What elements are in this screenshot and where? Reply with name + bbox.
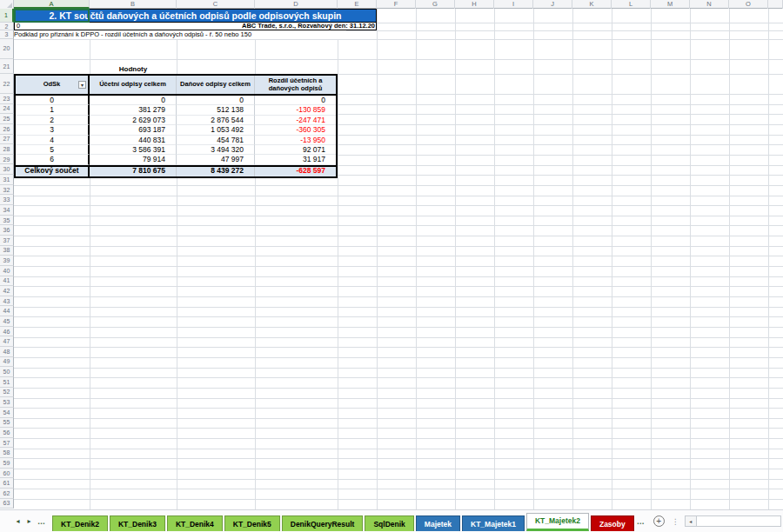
row-header-24[interactable]: 24	[0, 104, 14, 115]
row-header-31[interactable]: 31	[0, 175, 14, 185]
pivot-cell-r5c1[interactable]: 4	[16, 136, 90, 145]
row-header-59[interactable]: 59	[0, 458, 14, 469]
report-title-cell[interactable]: 2. KT součtů daňových a účetních odpisů …	[14, 9, 377, 23]
row-header-23[interactable]: 23	[0, 94, 14, 104]
row-header-29[interactable]: 29	[0, 155, 14, 165]
pivot-total-value-2[interactable]: 8 439 272	[177, 167, 255, 177]
pivot-cell-r1c4[interactable]: 0	[255, 96, 336, 105]
sheet-tab-KT_Denik5[interactable]: KT_Denik5	[224, 515, 280, 531]
column-header-N[interactable]: N	[690, 0, 729, 9]
pivot-cell-r6c1[interactable]: 5	[16, 145, 90, 155]
pivot-column-header-3[interactable]: Daňové odpisy celkem	[177, 76, 255, 94]
row-header-37[interactable]: 37	[0, 236, 14, 246]
pivot-column-header-1[interactable]: OdSk▾	[16, 76, 90, 94]
row-header-38[interactable]: 38	[0, 246, 14, 256]
row-header-54[interactable]: 54	[0, 408, 14, 418]
row-header-48[interactable]: 48	[0, 347, 14, 357]
more-sheets-right-icon[interactable]: …	[637, 517, 646, 526]
report-note-cell[interactable]: Podklad pro přiznání k DPPO - rozdíl úče…	[14, 30, 346, 39]
pivot-total-value-3[interactable]: -628 597	[255, 167, 336, 177]
report-subtitle-row[interactable]: 0 ABC Trade, s.r.o., Rozvahový den: 31.1…	[14, 23, 377, 30]
row-header-22[interactable]: 22	[0, 74, 14, 94]
column-header-K[interactable]: K	[572, 0, 612, 9]
row-header-41[interactable]: 41	[0, 276, 14, 287]
row-header-30[interactable]: 30	[0, 164, 14, 175]
sheet-tab-DenikQueryResult[interactable]: DenikQueryResult	[282, 515, 364, 531]
sheet-tab-KT_Majetek2[interactable]: KT_Majetek2	[526, 513, 589, 531]
sheet-tab-KT_Denik4[interactable]: KT_Denik4	[167, 515, 223, 531]
row-header-39[interactable]: 39	[0, 256, 14, 266]
row-header-46[interactable]: 46	[0, 327, 14, 337]
column-header-A[interactable]: A	[14, 0, 90, 9]
sheet-tab-KT_Denik2[interactable]: KT_Denik2	[52, 515, 108, 531]
pivot-cell-r7c3[interactable]: 47 997	[177, 155, 255, 164]
pivot-cell-r2c2[interactable]: 381 279	[90, 105, 177, 115]
row-header-35[interactable]: 35	[0, 216, 14, 226]
pivot-cell-r5c4[interactable]: -13 950	[255, 136, 336, 145]
column-header-B[interactable]: B	[90, 0, 177, 9]
pivot-cell-r2c1[interactable]: 1	[16, 105, 90, 115]
pivot-total-label[interactable]: Celkový součet	[16, 167, 90, 177]
sheet-tab-KT_Majetek1[interactable]: KT_Majetek1	[462, 515, 525, 531]
row-header-52[interactable]: 52	[0, 388, 14, 398]
row-header-57[interactable]: 57	[0, 438, 14, 449]
row-header-51[interactable]: 51	[0, 377, 14, 388]
row-header-58[interactable]: 58	[0, 448, 14, 458]
pivot-cell-r3c4[interactable]: -247 471	[255, 116, 336, 125]
column-header-G[interactable]: G	[416, 0, 455, 9]
row-header-43[interactable]: 43	[0, 296, 14, 307]
prev-sheet-icon[interactable]: ◂	[12, 517, 23, 525]
next-sheet-icon[interactable]: ▸	[23, 517, 35, 525]
pivot-values-label[interactable]: Hodnoty	[90, 59, 177, 74]
pivot-column-header-4[interactable]: Rozdíl účetních a daňových odpisů	[255, 76, 336, 94]
pivot-cell-r1c3[interactable]: 0	[177, 96, 255, 105]
row-header-28[interactable]: 28	[0, 144, 14, 155]
row-header-26[interactable]: 26	[0, 124, 14, 135]
column-header-L[interactable]: L	[612, 0, 651, 9]
pivot-cell-r3c2[interactable]: 2 629 073	[90, 116, 177, 125]
row-header-62[interactable]: 62	[0, 489, 14, 499]
pivot-cell-r6c4[interactable]: 92 071	[255, 145, 336, 155]
sheet-tab-Zasoby[interactable]: Zasoby	[591, 515, 634, 531]
row-header-50[interactable]: 50	[0, 367, 14, 377]
pivot-cell-r1c1[interactable]: 0	[16, 96, 90, 105]
pivot-cell-r7c1[interactable]: 6	[16, 155, 90, 164]
sheet-tab-Majetek[interactable]: Majetek	[416, 515, 460, 531]
row-header-45[interactable]: 45	[0, 316, 14, 327]
scrollbar-track[interactable]	[697, 515, 781, 527]
pivot-cell-r6c3[interactable]: 3 494 320	[177, 145, 255, 155]
row-header-3[interactable]: 3	[0, 30, 14, 39]
pivot-cell-r2c4[interactable]: -130 859	[255, 105, 336, 115]
row-header-53[interactable]: 53	[0, 397, 14, 408]
pivot-cell-r7c4[interactable]: 31 917	[255, 155, 336, 164]
column-header-D[interactable]: D	[255, 0, 338, 9]
pivot-cell-r6c2[interactable]: 3 586 391	[90, 145, 177, 155]
column-header-O[interactable]: O	[729, 0, 768, 9]
sheet-tab-KT_Denik3[interactable]: KT_Denik3	[110, 515, 165, 531]
row-header-20[interactable]: 20	[0, 39, 14, 60]
add-sheet-icon[interactable]: +	[653, 515, 665, 527]
pivot-cell-r4c4[interactable]: -360 305	[255, 125, 336, 135]
pivot-cell-r1c2[interactable]: 0	[90, 96, 177, 105]
pivot-cell-r5c2[interactable]: 440 831	[90, 136, 177, 145]
column-header-I[interactable]: I	[494, 0, 533, 9]
row-header-27[interactable]: 27	[0, 135, 14, 145]
row-header-55[interactable]: 55	[0, 418, 14, 429]
row-header-1[interactable]: 1	[0, 9, 14, 23]
pivot-cell-r4c1[interactable]: 3	[16, 125, 90, 135]
pivot-total-value-1[interactable]: 7 810 675	[90, 167, 177, 177]
tab-splitter-icon[interactable]: ⋮	[672, 517, 679, 526]
pivot-cell-r2c3[interactable]: 512 138	[177, 105, 255, 115]
row-header-36[interactable]: 36	[0, 225, 14, 236]
pivot-cell-r3c1[interactable]: 2	[16, 116, 90, 125]
select-all-corner[interactable]	[0, 0, 14, 9]
pivot-cell-r4c3[interactable]: 1 053 492	[177, 125, 255, 135]
row-header-21[interactable]: 21	[0, 59, 14, 74]
sheet-tab-SqlDenik[interactable]: SqlDenik	[365, 515, 413, 531]
column-header-F[interactable]: F	[377, 0, 416, 9]
pivot-cell-r4c2[interactable]: 693 187	[90, 125, 177, 135]
row-header-34[interactable]: 34	[0, 205, 14, 216]
row-header-60[interactable]: 60	[0, 469, 14, 479]
pivot-cell-r7c2[interactable]: 79 914	[90, 155, 177, 164]
row-header-49[interactable]: 49	[0, 357, 14, 368]
